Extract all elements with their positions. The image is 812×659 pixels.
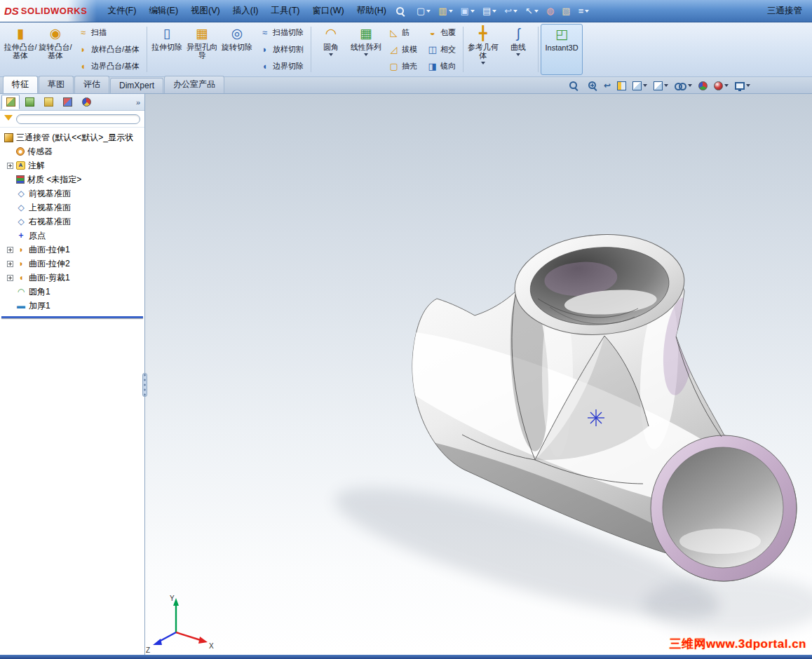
- tab-sketch[interactable]: 草图: [39, 76, 74, 93]
- menu-window[interactable]: 窗口(W): [306, 2, 351, 20]
- menu-tools[interactable]: 工具(T): [265, 2, 306, 20]
- undo-button[interactable]: ↩: [503, 5, 519, 18]
- cut-stack: ≈扫描切除 ◗放样切割 ◖边界切除: [255, 24, 309, 75]
- chevron-down-icon[interactable]: [585, 10, 589, 15]
- shell-button[interactable]: ▢抽壳: [386, 60, 419, 72]
- zoom-to-area-button[interactable]: [585, 81, 597, 90]
- menu-view[interactable]: 视图(V): [184, 2, 226, 20]
- hide-show-items-button[interactable]: [675, 82, 692, 89]
- zoom-to-fit-button[interactable]: [566, 81, 578, 90]
- chevron-down-icon[interactable]: [643, 84, 647, 89]
- dimxpertmanager-tab[interactable]: [58, 95, 76, 109]
- tree-item-material[interactable]: 材质 <未指定>: [0, 172, 144, 186]
- extruded-cut-button[interactable]: ▯ 拉伸切除: [149, 24, 184, 75]
- edit-appearance-button[interactable]: [714, 81, 729, 90]
- section-view-button[interactable]: [617, 81, 626, 90]
- tree-item-surface-extrude2[interactable]: ◗ 曲面-拉伸2: [0, 257, 144, 271]
- rollback-bar[interactable]: [1, 316, 143, 318]
- expand-icon[interactable]: [7, 261, 13, 267]
- mirror-button[interactable]: ◨镜向: [425, 60, 458, 72]
- propertymanager-tab[interactable]: [20, 95, 39, 109]
- boundary-cut-button[interactable]: ◖边界切除: [257, 60, 306, 72]
- instant3d-button[interactable]: ◰ Instant3D: [541, 24, 583, 75]
- tree-item-thicken1[interactable]: ▬ 加厚1: [0, 299, 144, 313]
- tree-item-annotations[interactable]: A 注解: [0, 158, 144, 172]
- menu-file[interactable]: 文件(F): [101, 2, 142, 20]
- tree-item-sensors[interactable]: 传感器: [0, 144, 144, 158]
- apply-scene-button[interactable]: [698, 81, 708, 90]
- previous-view-button[interactable]: ↩: [604, 81, 611, 90]
- curves-button[interactable]: ∫ 曲线: [501, 24, 536, 75]
- open-button[interactable]: ▥: [437, 5, 454, 18]
- new-document-button[interactable]: ▢: [415, 5, 432, 18]
- chevron-down-icon[interactable]: [516, 53, 520, 58]
- chevron-down-icon[interactable]: [329, 53, 333, 58]
- rib-button[interactable]: ◺筋: [386, 27, 419, 39]
- print-button[interactable]: ▤: [481, 5, 498, 18]
- tree-item-top-plane[interactable]: ◇ 上视基准面: [0, 201, 144, 215]
- tab-dimxpert[interactable]: DimXpert: [110, 78, 163, 93]
- display-style-icon: [654, 81, 663, 90]
- graphics-area[interactable]: Y X Z 三维网www.3dportal.cn: [145, 94, 812, 655]
- model-canvas[interactable]: Y X Z: [145, 94, 812, 655]
- featuremanager-tab[interactable]: [1, 95, 20, 109]
- menu-edit[interactable]: 编辑(E): [142, 2, 184, 20]
- chevron-down-icon[interactable]: [471, 10, 475, 15]
- expand-icon[interactable]: [7, 163, 13, 169]
- tree-item-surface-extrude1[interactable]: ◗ 曲面-拉伸1: [0, 243, 144, 257]
- properties-button[interactable]: ▧: [560, 5, 571, 18]
- tree-item-surface-trim1[interactable]: ◖ 曲面-剪裁1: [0, 271, 144, 285]
- rebuild-button[interactable]: ◍: [545, 5, 555, 18]
- select-button[interactable]: ↖: [524, 5, 540, 18]
- menu-help[interactable]: 帮助(H): [351, 2, 393, 20]
- lofted-boss-button[interactable]: ◗放样凸台/基体: [76, 43, 142, 55]
- configurationmanager-tab[interactable]: [39, 95, 57, 109]
- tree-item-fillet1[interactable]: ◠ 圆角1: [0, 285, 144, 299]
- view-settings-button[interactable]: [735, 82, 750, 90]
- filter-input[interactable]: [16, 114, 140, 124]
- revolved-boss-base-button[interactable]: ◉ 旋转凸台/基体: [38, 24, 73, 75]
- chevron-down-icon[interactable]: [534, 10, 539, 15]
- tree-item-right-plane[interactable]: ◇ 右视基准面: [0, 215, 144, 229]
- swept-cut-button[interactable]: ≈扫描切除: [257, 27, 306, 39]
- extruded-boss-base-button[interactable]: ▮ 拉伸凸台/基体: [3, 24, 38, 75]
- wrap-button[interactable]: ◒包覆: [425, 27, 458, 39]
- tree-root-item[interactable]: 三通接管 (默认<<默认>_显示状: [0, 130, 144, 144]
- expand-icon[interactable]: [7, 247, 13, 253]
- hole-wizard-button[interactable]: ▦ 异型孔向导: [184, 24, 219, 75]
- search-icon[interactable]: [395, 6, 405, 16]
- tab-features[interactable]: 特征: [3, 76, 38, 93]
- linear-pattern-button[interactable]: ▦ 线性阵列: [349, 24, 384, 75]
- display-style-button[interactable]: [654, 81, 668, 90]
- chevron-down-icon[interactable]: [481, 62, 485, 67]
- chevron-down-icon[interactable]: [513, 10, 517, 15]
- chevron-down-icon[interactable]: [364, 53, 368, 58]
- expand-icon[interactable]: [7, 275, 13, 281]
- reference-geometry-button[interactable]: ╋ 参考几何体: [466, 24, 501, 75]
- tab-office-products[interactable]: 办公室产品: [164, 76, 224, 93]
- tree-item-origin[interactable]: + 原点: [0, 229, 144, 243]
- lofted-cut-button[interactable]: ◗放样切割: [257, 43, 306, 55]
- boundary-boss-button[interactable]: ◖边界凸台/基体: [76, 60, 142, 72]
- revolved-cut-button[interactable]: ◎ 旋转切除: [219, 24, 255, 75]
- fillet-button[interactable]: ◠ 圆角: [313, 24, 349, 75]
- chevron-down-icon[interactable]: [688, 84, 692, 89]
- draft-button[interactable]: ◿拔模: [386, 43, 419, 55]
- save-button[interactable]: ▣: [459, 5, 476, 18]
- chevron-down-icon[interactable]: [449, 10, 453, 15]
- chevron-down-icon[interactable]: [426, 10, 431, 15]
- panel-more-chevron[interactable]: »: [133, 98, 143, 107]
- tree-item-front-plane[interactable]: ◇ 前视基准面: [0, 186, 144, 201]
- displaymanager-tab[interactable]: [77, 95, 95, 109]
- swept-boss-button[interactable]: ≈扫描: [76, 27, 142, 39]
- chevron-down-icon[interactable]: [746, 84, 750, 89]
- chevron-down-icon[interactable]: [724, 84, 729, 89]
- options-button[interactable]: ≡: [577, 5, 591, 18]
- panel-splitter[interactable]: [142, 373, 147, 397]
- intersect-button[interactable]: ◫相交: [425, 43, 458, 55]
- tab-evaluate[interactable]: 评估: [74, 76, 109, 93]
- chevron-down-icon[interactable]: [492, 10, 496, 15]
- chevron-down-icon[interactable]: [664, 84, 668, 89]
- menu-insert[interactable]: 插入(I): [226, 2, 265, 20]
- view-orientation-button[interactable]: [632, 81, 647, 90]
